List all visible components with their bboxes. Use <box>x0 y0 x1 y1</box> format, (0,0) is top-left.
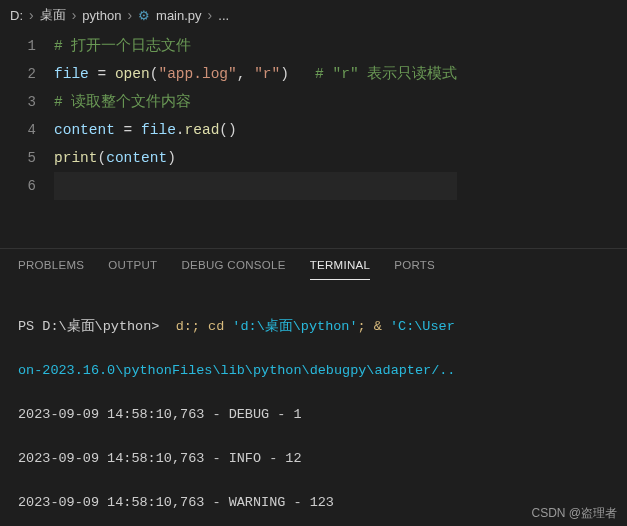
breadcrumb-more[interactable]: ... <box>218 8 229 23</box>
line-number-gutter: 1 2 3 4 5 6 <box>0 32 54 200</box>
tab-output[interactable]: OUTPUT <box>108 259 157 280</box>
bottom-panel: PROBLEMS OUTPUT DEBUG CONSOLE TERMINAL P… <box>0 248 627 526</box>
tab-debug-console[interactable]: DEBUG CONSOLE <box>181 259 285 280</box>
identifier: content <box>106 150 167 166</box>
terminal-line: 2023-09-09 14:58:10,763 - DEBUG - 1 <box>18 404 609 426</box>
line-number: 2 <box>0 60 36 88</box>
terminal-line: 2023-09-09 14:58:10,763 - INFO - 12 <box>18 448 609 470</box>
chevron-right-icon: › <box>72 7 77 23</box>
breadcrumb-file[interactable]: main.py <box>156 8 202 23</box>
terminal-line: 2023-09-09 14:58:10,763 - WARNING - 123 <box>18 492 609 514</box>
chevron-right-icon: › <box>208 7 213 23</box>
chevron-right-icon: › <box>29 7 34 23</box>
line-number: 3 <box>0 88 36 116</box>
breadcrumb[interactable]: D: › 桌面 › python › ⚙ main.py › ... <box>0 0 627 30</box>
tab-ports[interactable]: PORTS <box>394 259 435 280</box>
comment: # 读取整个文件内容 <box>54 94 191 110</box>
identifier: file <box>141 122 176 138</box>
line-number: 5 <box>0 144 36 172</box>
identifier: content <box>54 122 115 138</box>
comment: # 打开一个日志文件 <box>54 38 191 54</box>
python-file-icon: ⚙ <box>138 8 150 23</box>
line-number: 6 <box>0 172 36 200</box>
tab-problems[interactable]: PROBLEMS <box>18 259 84 280</box>
string-literal: "app.log" <box>158 66 236 82</box>
terminal-line: on-2023.16.0\pythonFiles\lib\python\debu… <box>18 360 609 382</box>
breadcrumb-drive[interactable]: D: <box>10 8 23 23</box>
function-call: open <box>115 66 150 82</box>
comment: # "r" 表示只读模式 <box>315 66 457 82</box>
identifier: file <box>54 66 89 82</box>
terminal-prompt: PS D:\桌面\python> <box>18 319 168 334</box>
function-call: print <box>54 150 98 166</box>
watermark: CSDN @盗理者 <box>531 505 617 522</box>
tab-terminal[interactable]: TERMINAL <box>310 259 371 280</box>
string-literal: "r" <box>254 66 280 82</box>
breadcrumb-folder[interactable]: 桌面 <box>40 6 66 24</box>
line-number: 1 <box>0 32 36 60</box>
panel-tabs: PROBLEMS OUTPUT DEBUG CONSOLE TERMINAL P… <box>0 249 627 280</box>
function-call: read <box>185 122 220 138</box>
terminal-output[interactable]: PS D:\桌面\python> d:; cd 'd:\桌面\python'; … <box>0 280 627 526</box>
chevron-right-icon: › <box>127 7 132 23</box>
code-editor[interactable]: 1 2 3 4 5 6 # 打开一个日志文件 file = open("app.… <box>0 30 627 200</box>
current-line[interactable] <box>54 172 457 200</box>
line-number: 4 <box>0 116 36 144</box>
code-content[interactable]: # 打开一个日志文件 file = open("app.log", "r") #… <box>54 32 457 200</box>
breadcrumb-folder[interactable]: python <box>82 8 121 23</box>
